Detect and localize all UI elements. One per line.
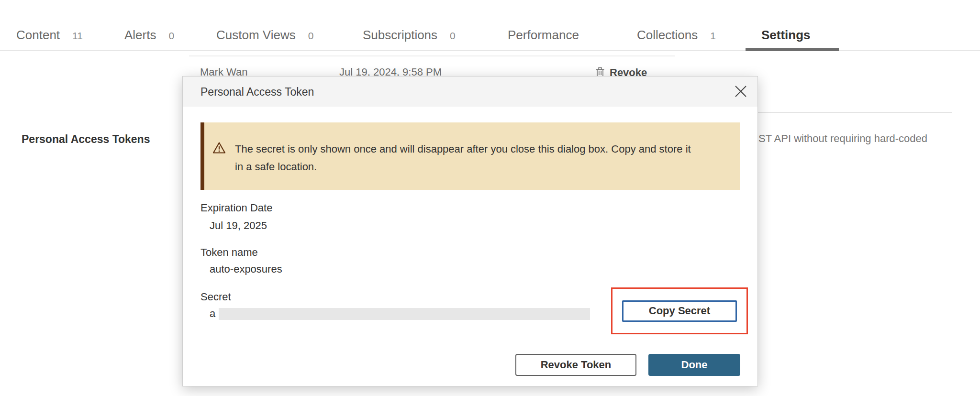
tab-label: Subscriptions <box>363 28 437 43</box>
screen: Content 11 Alerts 0 Custom Views 0 Subsc… <box>0 0 980 396</box>
dialog-title: Personal Access Token <box>200 86 314 99</box>
secret-warning-banner: The secret is only shown once and will d… <box>200 122 740 190</box>
secret-label: Secret <box>200 291 231 303</box>
section-description-clipped: ST API without requiring hard-coded <box>758 132 927 145</box>
copy-secret-button[interactable]: Copy Secret <box>622 300 737 322</box>
tab-content[interactable]: Content 11 <box>16 28 83 43</box>
tab-count: 0 <box>168 30 174 42</box>
tab-alerts[interactable]: Alerts 0 <box>124 28 174 43</box>
annotation-highlight-rectangle: Copy Secret <box>611 287 748 334</box>
secret-value-masked-bar <box>219 308 590 320</box>
warning-icon <box>212 142 226 156</box>
token-name-value: auto-exposures <box>210 263 282 275</box>
tab-label: Alerts <box>124 28 156 43</box>
tab-count: 1 <box>710 30 716 42</box>
done-button[interactable]: Done <box>648 354 740 376</box>
tab-count: 0 <box>450 30 456 42</box>
token-name-label: Token name <box>200 246 258 259</box>
tab-label: Content <box>16 28 60 43</box>
tab-label: Custom Views <box>216 28 296 43</box>
tab-collections[interactable]: Collections 1 <box>637 28 716 43</box>
dialog-close-button[interactable] <box>734 85 748 99</box>
tab-label: Collections <box>637 28 698 43</box>
tab-label: Settings <box>761 28 811 43</box>
warning-text: The secret is only shown once and will d… <box>235 140 697 176</box>
tab-subscriptions[interactable]: Subscriptions 0 <box>363 28 456 43</box>
tab-count: 11 <box>72 30 83 42</box>
tab-custom-views[interactable]: Custom Views 0 <box>216 28 313 43</box>
tab-settings[interactable]: Settings <box>761 28 811 43</box>
tab-performance[interactable]: Performance <box>508 28 579 43</box>
personal-access-token-dialog: Personal Access Token <box>182 76 758 386</box>
settings-section-divider <box>758 112 952 113</box>
secret-value-visible-char: a <box>210 308 215 320</box>
token-table-divider <box>189 55 675 56</box>
section-heading-personal-access-tokens: Personal Access Tokens <box>22 133 150 146</box>
active-tab-underline <box>746 48 839 51</box>
tab-label: Performance <box>508 28 579 43</box>
dialog-header: Personal Access Token <box>183 77 757 107</box>
secret-value-row: a <box>210 308 590 320</box>
revoke-token-button[interactable]: Revoke Token <box>515 354 636 376</box>
tab-count: 0 <box>308 30 314 42</box>
expiration-date-value: Jul 19, 2025 <box>210 220 267 232</box>
close-icon <box>735 85 747 99</box>
expiration-date-label: Expiration Date <box>200 202 272 214</box>
tab-bar: Content 11 Alerts 0 Custom Views 0 Subsc… <box>0 0 980 51</box>
